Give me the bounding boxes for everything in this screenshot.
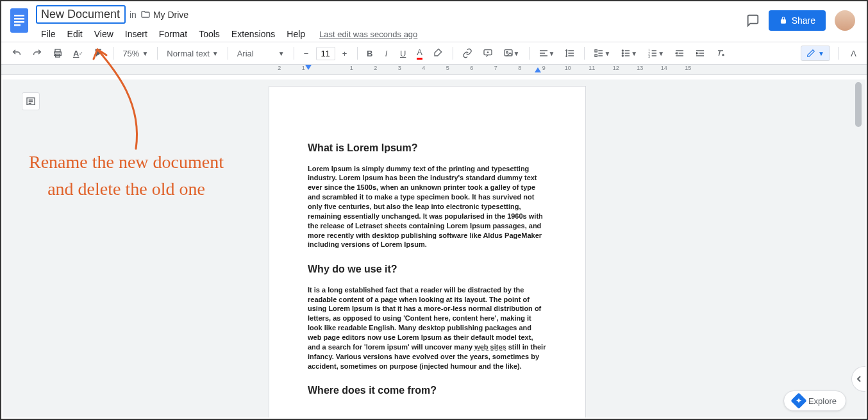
menu-file[interactable]: File bbox=[36, 26, 61, 42]
svg-rect-2 bbox=[14, 18, 24, 20]
line-spacing-button[interactable] bbox=[561, 45, 579, 62]
style-select[interactable]: Normal text▼ bbox=[163, 46, 222, 61]
user-avatar[interactable] bbox=[835, 10, 855, 31]
text-color-button[interactable]: A bbox=[413, 45, 427, 62]
svg-point-10 bbox=[506, 51, 508, 53]
font-size-increase[interactable]: + bbox=[338, 45, 352, 62]
document-title-input[interactable] bbox=[36, 5, 126, 24]
zoom-select[interactable]: 75%▼ bbox=[119, 46, 152, 61]
comments-button[interactable] bbox=[746, 13, 760, 28]
menu-insert[interactable]: Insert bbox=[120, 26, 153, 42]
annotation-text: Rename the new document and delete the o… bbox=[14, 149, 238, 203]
heading-3: Where does it come from? bbox=[308, 383, 547, 398]
toolbar: A✓ 75%▼ Normal text▼ Arial▼ − + B I U A … bbox=[1, 42, 867, 65]
chevron-left-icon bbox=[856, 376, 862, 382]
svg-marker-19 bbox=[305, 65, 312, 70]
explore-button[interactable]: ✦ Explore bbox=[783, 391, 846, 411]
collapse-toolbar-button[interactable]: ᐱ bbox=[846, 45, 860, 62]
editing-mode-button[interactable]: ▼ bbox=[801, 46, 830, 61]
heading-2: Why do we use it? bbox=[308, 262, 547, 276]
align-button[interactable]: ▼ bbox=[535, 45, 559, 62]
bold-button[interactable]: B bbox=[363, 45, 377, 62]
docs-logo[interactable] bbox=[8, 5, 31, 36]
pencil-icon bbox=[806, 49, 815, 58]
spellcheck-button[interactable]: A✓ bbox=[69, 45, 87, 62]
increase-indent-button[interactable] bbox=[691, 45, 709, 62]
font-select[interactable]: Arial▼ bbox=[233, 46, 288, 61]
document-page[interactable]: What is Lorem Ipsum? Lorem Ipsum is simp… bbox=[269, 86, 586, 417]
underline-button[interactable]: U bbox=[396, 45, 410, 62]
folder-icon bbox=[140, 10, 151, 20]
right-indent-marker[interactable] bbox=[535, 67, 541, 74]
font-size-decrease[interactable]: − bbox=[299, 45, 313, 62]
last-edit-link[interactable]: Last edit was seconds ago bbox=[319, 29, 417, 39]
menu-extensions[interactable]: Extensions bbox=[226, 26, 280, 42]
menu-edit[interactable]: Edit bbox=[62, 26, 88, 42]
svg-point-14 bbox=[622, 53, 624, 54]
svg-rect-4 bbox=[14, 24, 21, 26]
left-indent-marker[interactable] bbox=[305, 65, 312, 71]
svg-rect-0 bbox=[10, 8, 28, 33]
menu-format[interactable]: Format bbox=[154, 26, 192, 42]
menu-view[interactable]: View bbox=[89, 26, 119, 42]
explore-icon: ✦ bbox=[790, 392, 806, 408]
insert-comment-button[interactable] bbox=[479, 45, 497, 62]
svg-text:3: 3 bbox=[649, 55, 651, 58]
menu-help[interactable]: Help bbox=[281, 26, 310, 42]
paragraph-1: Lorem Ipsum is simply dummy text of the … bbox=[308, 164, 547, 250]
scroll-thumb[interactable] bbox=[855, 82, 862, 127]
ruler[interactable]: 21123456789101112131415 bbox=[1, 65, 867, 75]
insert-link-button[interactable] bbox=[458, 45, 476, 62]
redo-button[interactable] bbox=[28, 45, 46, 62]
highlight-button[interactable] bbox=[430, 45, 447, 62]
folder-name: My Drive bbox=[153, 10, 188, 20]
svg-point-13 bbox=[622, 50, 624, 51]
outline-icon bbox=[26, 96, 36, 106]
share-label: Share bbox=[792, 15, 815, 26]
svg-rect-1 bbox=[14, 15, 24, 17]
insert-image-button[interactable]: ▼ bbox=[499, 45, 524, 62]
numbered-list-button[interactable]: 123▼ bbox=[644, 45, 668, 62]
svg-marker-20 bbox=[535, 67, 541, 72]
in-label: in bbox=[129, 10, 137, 20]
svg-point-15 bbox=[622, 55, 624, 56]
bullet-list-button[interactable]: ▼ bbox=[617, 45, 641, 62]
comments-icon bbox=[746, 13, 760, 28]
clear-format-button[interactable] bbox=[712, 45, 730, 62]
checklist-button[interactable]: ▼ bbox=[590, 45, 614, 62]
italic-button[interactable]: I bbox=[380, 45, 394, 62]
undo-button[interactable] bbox=[8, 45, 26, 62]
menu-tools[interactable]: Tools bbox=[194, 26, 225, 42]
print-button[interactable] bbox=[49, 45, 67, 62]
paint-format-button[interactable] bbox=[90, 45, 108, 62]
web-sites-link[interactable]: web sites bbox=[474, 343, 506, 351]
decrease-indent-button[interactable] bbox=[671, 45, 689, 62]
svg-rect-3 bbox=[14, 21, 24, 23]
font-size-input[interactable] bbox=[316, 47, 335, 60]
lock-icon bbox=[779, 16, 788, 25]
svg-rect-12 bbox=[595, 55, 597, 56]
folder-location[interactable]: My Drive bbox=[140, 10, 188, 20]
heading-1: What is Lorem Ipsum? bbox=[308, 141, 547, 155]
show-outline-button[interactable] bbox=[22, 92, 40, 110]
paragraph-2: It is a long established fact that a rea… bbox=[308, 285, 547, 371]
explore-label: Explore bbox=[808, 396, 837, 406]
share-button[interactable]: Share bbox=[769, 10, 826, 31]
svg-rect-11 bbox=[595, 50, 597, 52]
